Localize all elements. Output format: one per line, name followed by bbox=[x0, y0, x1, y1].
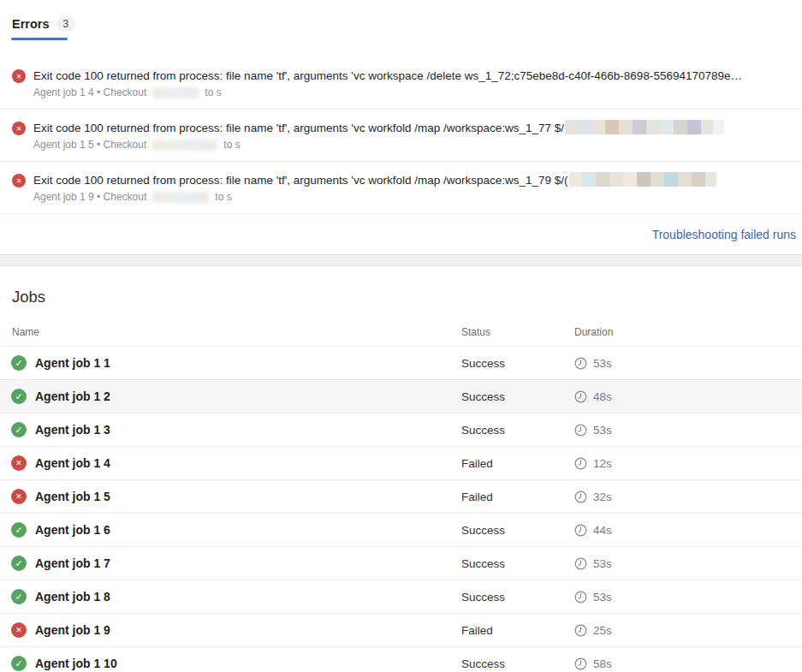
errors-count-badge: 3 bbox=[56, 16, 76, 32]
troubleshooting-link[interactable]: Troubleshooting failed runs bbox=[652, 228, 796, 241]
tab-errors[interactable]: Errors 3 bbox=[12, 16, 75, 32]
jobs-section-title: Jobs bbox=[0, 266, 802, 306]
job-status: Success bbox=[461, 390, 574, 403]
error-source-suffix: to s bbox=[215, 191, 231, 203]
column-header-status[interactable]: Status bbox=[461, 326, 574, 338]
failed-icon bbox=[11, 622, 27, 638]
job-status: Success bbox=[461, 657, 574, 670]
job-status: Failed bbox=[461, 457, 574, 470]
job-status: Success bbox=[461, 424, 574, 437]
errors-panel: Errors 3 Exit code 100 returned from pro… bbox=[0, 0, 802, 255]
table-row[interactable]: Agent job 1 9 Failed 25s bbox=[0, 614, 802, 647]
job-duration: 32s bbox=[593, 491, 612, 503]
table-row[interactable]: Agent job 1 7 Success 53s bbox=[0, 547, 802, 580]
active-tab-underline bbox=[11, 38, 68, 40]
table-row[interactable]: Agent job 1 6 Success 44s bbox=[0, 514, 802, 547]
job-name[interactable]: Agent job 1 5 bbox=[35, 490, 110, 503]
job-status: Success bbox=[461, 557, 574, 570]
error-message: Exit code 100 returned from process: fil… bbox=[33, 174, 568, 187]
clock-icon bbox=[574, 524, 587, 537]
jobs-table-body: Agent job 1 1 Success 53s Agent job 1 2 … bbox=[0, 347, 802, 672]
redacted-blur bbox=[152, 140, 217, 151]
clock-icon bbox=[574, 624, 587, 637]
error-item[interactable]: Exit code 100 returned from process: fil… bbox=[0, 57, 802, 110]
error-source-suffix: to s bbox=[223, 139, 240, 151]
error-source-suffix: to s bbox=[205, 86, 221, 98]
job-duration: 12s bbox=[593, 457, 612, 470]
job-name[interactable]: Agent job 1 9 bbox=[35, 623, 110, 637]
job-name[interactable]: Agent job 1 4 bbox=[35, 456, 110, 470]
clock-icon bbox=[574, 424, 587, 437]
job-duration: 53s bbox=[593, 357, 612, 370]
job-status: Success bbox=[461, 524, 574, 537]
tab-bar: Errors 3 bbox=[0, 0, 802, 57]
clock-icon bbox=[574, 557, 587, 570]
section-divider bbox=[0, 255, 802, 266]
job-duration: 58s bbox=[593, 657, 612, 670]
redacted-blur bbox=[152, 192, 209, 203]
job-duration: 53s bbox=[593, 557, 612, 570]
failed-icon bbox=[11, 489, 27, 504]
job-status: Failed bbox=[461, 624, 574, 637]
job-duration: 48s bbox=[593, 390, 612, 403]
job-status: Failed bbox=[461, 491, 574, 503]
job-status: Success bbox=[461, 591, 574, 604]
column-header-name[interactable]: Name bbox=[0, 326, 461, 338]
failed-icon bbox=[11, 455, 27, 471]
success-icon bbox=[11, 522, 27, 538]
success-icon bbox=[11, 389, 27, 404]
error-message: Exit code 100 returned from process: fil… bbox=[33, 122, 564, 134]
redacted-blur bbox=[569, 172, 716, 187]
clock-icon bbox=[574, 457, 587, 470]
redacted-blur bbox=[565, 120, 724, 134]
job-name[interactable]: Agent job 1 6 bbox=[35, 523, 110, 537]
clock-icon bbox=[574, 591, 587, 604]
error-message: Exit code 100 returned from process: fil… bbox=[33, 69, 742, 82]
table-row[interactable]: Agent job 1 2 Success 48s bbox=[0, 380, 802, 413]
error-icon bbox=[12, 122, 26, 135]
success-icon bbox=[11, 589, 27, 604]
error-source: Agent job 1 4 • Checkout bbox=[33, 86, 146, 98]
error-icon bbox=[12, 174, 26, 187]
success-icon bbox=[11, 422, 27, 437]
job-status: Success bbox=[461, 357, 574, 370]
error-item[interactable]: Exit code 100 returned from process: fil… bbox=[0, 162, 802, 214]
success-icon bbox=[11, 556, 27, 571]
table-row[interactable]: Agent job 1 10 Success 58s bbox=[0, 647, 802, 672]
job-duration: 53s bbox=[593, 591, 612, 604]
jobs-panel: Jobs Name Status Duration Agent job 1 1 … bbox=[0, 266, 802, 672]
error-footer: Troubleshooting failed runs bbox=[0, 214, 802, 255]
table-row[interactable]: Agent job 1 1 Success 53s bbox=[0, 347, 802, 380]
job-name[interactable]: Agent job 1 10 bbox=[35, 657, 117, 670]
table-row[interactable]: Agent job 1 3 Success 53s bbox=[0, 413, 802, 447]
clock-icon bbox=[574, 657, 587, 670]
job-name[interactable]: Agent job 1 3 bbox=[35, 423, 110, 437]
table-row[interactable]: Agent job 1 5 Failed 32s bbox=[0, 480, 802, 514]
jobs-table-header: Name Status Duration bbox=[0, 326, 802, 347]
clock-icon bbox=[574, 357, 587, 370]
table-row[interactable]: Agent job 1 4 Failed 12s bbox=[0, 447, 802, 480]
tab-errors-label: Errors bbox=[12, 17, 50, 31]
job-duration: 44s bbox=[593, 524, 612, 537]
success-icon bbox=[11, 656, 27, 671]
job-duration: 25s bbox=[593, 624, 612, 637]
clock-icon bbox=[574, 390, 587, 403]
job-name[interactable]: Agent job 1 8 bbox=[35, 590, 110, 604]
table-row[interactable]: Agent job 1 8 Success 53s bbox=[0, 580, 802, 614]
error-source: Agent job 1 5 • Checkout bbox=[33, 139, 146, 151]
error-icon bbox=[12, 69, 26, 83]
job-name[interactable]: Agent job 1 1 bbox=[35, 356, 110, 370]
column-header-duration[interactable]: Duration bbox=[574, 326, 802, 338]
error-item[interactable]: Exit code 100 returned from process: fil… bbox=[0, 110, 802, 162]
job-name[interactable]: Agent job 1 7 bbox=[35, 556, 110, 570]
redacted-blur bbox=[152, 87, 199, 98]
clock-icon bbox=[574, 491, 587, 503]
success-icon bbox=[11, 355, 27, 371]
job-name[interactable]: Agent job 1 2 bbox=[35, 390, 110, 403]
error-source: Agent job 1 9 • Checkout bbox=[33, 191, 146, 203]
job-duration: 53s bbox=[593, 424, 612, 437]
